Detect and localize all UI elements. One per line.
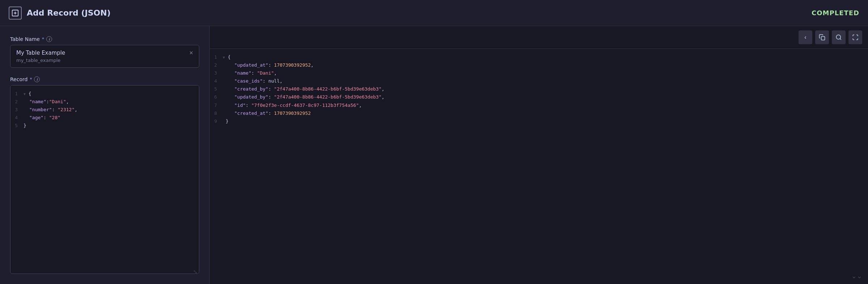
right-toolbar: ‹ bbox=[210, 26, 868, 49]
resp-line-3: 3 "name": "Dani", bbox=[210, 69, 868, 77]
svg-rect-3 bbox=[821, 37, 825, 40]
resp-line-4: 4 "case_ids": null, bbox=[210, 77, 868, 85]
resize-handle[interactable]: ⤡ bbox=[193, 268, 197, 272]
resp-line-1: 1 ▼ { bbox=[210, 53, 868, 61]
record-line-3: 3 "number": "2312", bbox=[10, 106, 199, 114]
expand-button[interactable] bbox=[848, 30, 862, 44]
record-line-5: 5 } bbox=[10, 122, 199, 130]
resp-line-2: 2 "updated_at": 1707390392952, bbox=[210, 61, 868, 69]
search-button[interactable] bbox=[832, 30, 846, 44]
copy-button[interactable] bbox=[815, 30, 829, 44]
svg-line-5 bbox=[840, 38, 841, 39]
bottom-chevron[interactable]: ⌄⌄ bbox=[851, 272, 862, 280]
right-panel: ‹ 1 bbox=[210, 26, 868, 284]
resp-line-6: 6 "updated_by": "2f47a400-8b86-4422-b6bf… bbox=[210, 93, 868, 101]
record-line-2: 2 "name":"Dani", bbox=[10, 98, 199, 106]
resp-line-5: 5 "created_by": "2f47a400-8b86-4422-b6bf… bbox=[210, 85, 868, 93]
add-record-icon bbox=[9, 7, 22, 20]
table-name-label: Table Name * i bbox=[10, 36, 199, 42]
resp-line-7: 7 "id": "7f0e2f3e-ccdf-4637-8c97-112b3f7… bbox=[210, 101, 868, 109]
table-name-box: My Table Example my_table_example × bbox=[10, 45, 199, 68]
table-name-content: My Table Example my_table_example bbox=[16, 50, 65, 63]
record-label: Record * i bbox=[10, 76, 199, 82]
left-panel: Table Name * i My Table Example my_table… bbox=[0, 26, 210, 284]
table-name-field: Table Name * i My Table Example my_table… bbox=[10, 36, 199, 68]
resp-line-8: 8 "created_at": 1707390392952 bbox=[210, 109, 868, 117]
back-button[interactable]: ‹ bbox=[799, 30, 812, 44]
main-content: Table Name * i My Table Example my_table… bbox=[0, 26, 868, 284]
record-editor[interactable]: 1 ▼ { 2 "name":"Dani", 3 "number": "2312 bbox=[10, 85, 199, 274]
resp-line-9: 9 } bbox=[210, 117, 868, 125]
record-line-4: 4 "age": "28" bbox=[10, 114, 199, 122]
app-header: Add Record (JSON) COMPLETED bbox=[0, 0, 868, 26]
table-name-clear-button[interactable]: × bbox=[189, 50, 193, 56]
record-info-icon[interactable]: i bbox=[34, 76, 40, 82]
table-name-value: My Table Example bbox=[16, 50, 65, 56]
status-badge: COMPLETED bbox=[812, 9, 859, 17]
response-viewer: 1 ▼ { 2 "updated_at": 1707390392952, 3 bbox=[210, 49, 868, 284]
table-name-sub: my_table_example bbox=[16, 58, 65, 63]
table-name-info-icon[interactable]: i bbox=[46, 36, 52, 42]
record-line-1: 1 ▼ { bbox=[10, 90, 199, 98]
record-field: Record * i 1 ▼ { 2 "name":"Dani", bbox=[10, 76, 199, 274]
svg-point-4 bbox=[836, 35, 841, 39]
page-title: Add Record (JSON) bbox=[27, 8, 111, 17]
